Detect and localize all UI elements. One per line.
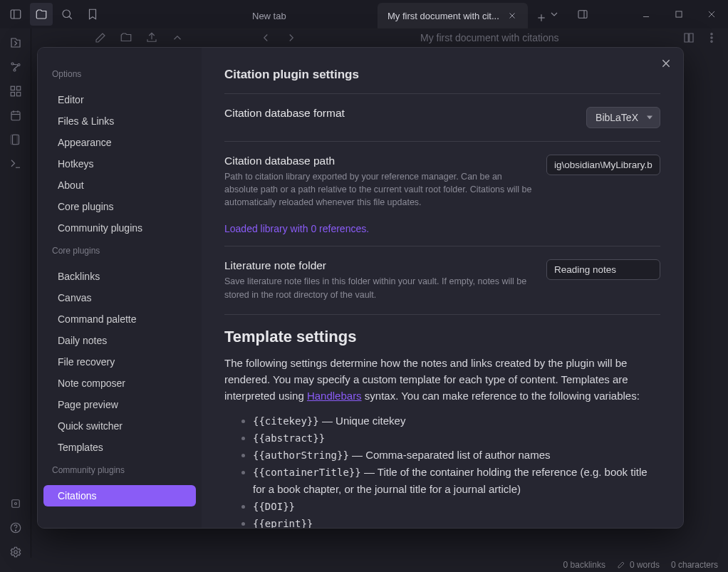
sidebar-item-command-palette[interactable]: Command palette [43,308,196,330]
svg-rect-30 [12,135,19,145]
toggle-left-sidebar-icon[interactable] [4,3,27,26]
settings-modal: OptionsEditorFiles & LinksAppearanceHotk… [37,47,684,529]
note-folder-input[interactable] [546,259,660,280]
command-palette-icon[interactable] [4,154,27,174]
close-window-button[interactable] [695,0,728,28]
svg-rect-0 [11,10,21,19]
daily-note-icon[interactable] [4,105,27,125]
folder-icon[interactable] [120,31,132,47]
sidebar-item-community-plugins[interactable]: Community plugins [43,217,196,239]
vault-switcher-icon[interactable] [4,494,27,514]
bookmark-icon[interactable] [81,3,104,26]
svg-rect-24 [11,93,14,96]
svg-rect-33 [11,500,19,508]
svg-rect-31 [11,135,17,145]
sidebar-heading: Options [52,69,190,79]
template-variables-list: {{citekey}} — Unique citekey{{abstract}}… [224,412,660,528]
chevron-up-icon[interactable] [171,31,184,47]
help-icon[interactable] [4,518,27,538]
svg-rect-26 [11,112,20,120]
settings-title: Citation plugin settings [224,68,660,94]
db-path-label: Citation database path [224,155,532,167]
sidebar-item-files-links[interactable]: Files & Links [43,110,196,132]
status-backlinks[interactable]: 0 backlinks [563,560,605,570]
sidebar-item-core-plugins[interactable]: Core plugins [43,196,196,217]
sidebar-item-backlinks[interactable]: Backlinks [43,266,196,287]
settings-content[interactable]: Citation plugin settings Citation databa… [202,48,683,528]
sidebar-heading: Core plugins [52,246,190,256]
svg-line-3 [69,16,72,19]
sidebar-item-daily-notes[interactable]: Daily notes [43,330,196,351]
graph-icon[interactable] [4,57,27,77]
sidebar-item-about[interactable]: About [43,175,196,196]
svg-rect-8 [578,11,587,19]
sidebar-item-note-composer[interactable]: Note composer [43,373,196,394]
nav-back-icon[interactable] [259,31,272,47]
share-icon[interactable] [145,31,158,47]
tab-label: New tab [252,11,286,21]
book-icon[interactable] [682,31,695,47]
db-path-desc: Path to citation library exported by you… [224,170,532,209]
sidebar-heading: Community plugins [52,465,190,475]
sidebar-item-file-recovery[interactable]: File recovery [43,351,196,373]
svg-point-2 [63,10,71,18]
sidebar-item-quick-switcher[interactable]: Quick switcher [43,415,196,437]
sidebar-item-page-preview[interactable]: Page preview [43,394,196,415]
svg-point-37 [14,551,17,554]
edit-icon[interactable] [94,31,107,47]
quick-open-icon[interactable] [4,33,27,53]
svg-point-14 [711,33,712,35]
library-status: Loaded library with 0 references. [224,213,660,246]
title-bar: New tab My first document with cit... [0,0,728,28]
vault-icon[interactable] [30,3,53,26]
templates-heading: Template settings [224,315,660,355]
sidebar-item-templates[interactable]: Templates [43,437,196,458]
svg-point-34 [14,503,16,505]
svg-rect-11 [676,11,682,17]
template-variable: {{DOI}} [253,498,660,515]
svg-point-16 [711,41,712,42]
templates-paragraph: The following settings determine how the… [224,355,660,405]
status-bar: 0 backlinks 0 words 0 characters [0,558,728,572]
svg-rect-25 [16,93,20,96]
tab-label: My first document with cit... [388,11,499,21]
sidebar-item-editor[interactable]: Editor [43,89,196,110]
db-format-select[interactable]: BibLaTeX [586,107,660,128]
close-icon[interactable] [506,10,518,21]
sidebar-item-citations[interactable]: Citations [43,485,196,506]
template-variable: {{authorString}} — Comma-separated list … [253,447,660,464]
templates-icon[interactable] [4,130,27,150]
chevron-down-icon[interactable] [543,3,566,26]
status-characters: 0 characters [671,560,718,570]
svg-line-20 [13,64,18,65]
sidebar-item-appearance[interactable]: Appearance [43,132,196,153]
document-title: My first document with citations [420,32,559,43]
template-variable: {{containerTitle}} — Title of the contai… [253,464,660,498]
tab-document[interactable]: My first document with cit... [378,3,528,28]
note-folder-label: Literature note folder [224,259,532,272]
note-folder-desc: Save literature note files in this folde… [224,275,532,301]
minimize-button[interactable] [630,0,662,28]
svg-point-15 [711,37,712,38]
svg-line-21 [14,66,18,69]
ribbon [0,28,31,572]
db-path-input[interactable] [546,155,660,175]
svg-point-36 [15,530,16,531]
tab-new[interactable]: New tab [242,3,378,28]
template-variable: {{eprint}} [253,515,660,528]
more-icon[interactable] [705,31,718,47]
template-variable: {{abstract}} [253,430,660,447]
template-variable: {{citekey}} — Unique citekey [253,412,660,430]
maximize-button[interactable] [662,0,695,28]
search-icon[interactable] [56,3,78,26]
toggle-right-sidebar-icon[interactable] [571,3,594,26]
sidebar-item-canvas[interactable]: Canvas [43,287,196,308]
nav-forward-icon[interactable] [285,31,298,47]
svg-point-19 [14,69,16,71]
sidebar-item-hotkeys[interactable]: Hotkeys [43,153,196,175]
settings-sidebar: OptionsEditorFiles & LinksAppearanceHotk… [38,48,202,528]
svg-rect-22 [11,86,14,90]
status-words: 0 words [617,560,660,570]
canvas-icon[interactable] [4,81,27,101]
handlebars-link[interactable]: Handlebars [307,390,362,402]
